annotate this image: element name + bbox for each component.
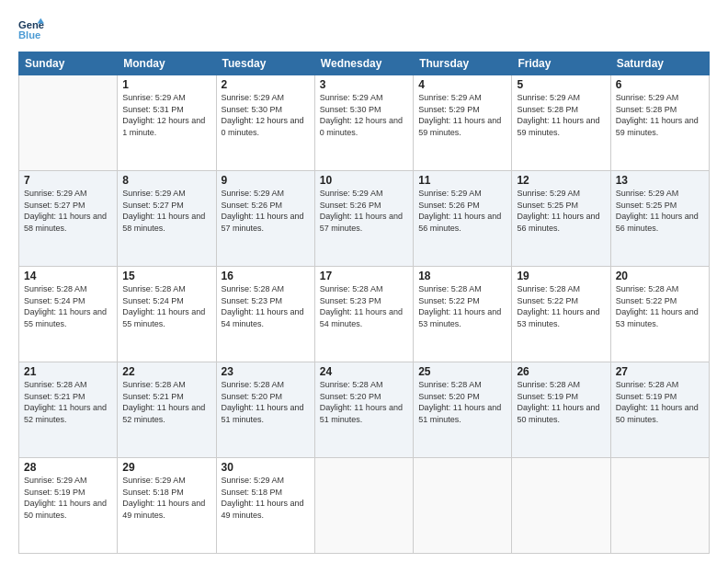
calendar-day: 21Sunrise: 5:28 AMSunset: 5:21 PMDayligh… (19, 362, 118, 458)
calendar-day: 20Sunrise: 5:28 AMSunset: 5:22 PMDayligh… (610, 267, 709, 362)
calendar-day: 6Sunrise: 5:29 AMSunset: 5:28 PMDaylight… (610, 75, 709, 171)
calendar-day: 29Sunrise: 5:29 AMSunset: 5:18 PMDayligh… (118, 458, 216, 554)
calendar-day (19, 75, 118, 171)
day-number: 2 (222, 78, 310, 91)
calendar-week-row: 7Sunrise: 5:29 AMSunset: 5:27 PMDaylight… (19, 171, 710, 267)
day-info: Sunrise: 5:29 AMSunset: 5:18 PMDaylight:… (222, 475, 310, 521)
day-number: 4 (418, 78, 506, 91)
day-info: Sunrise: 5:28 AMSunset: 5:24 PMDaylight:… (122, 283, 210, 329)
calendar-table: SundayMondayTuesdayWednesdayThursdayFrid… (18, 52, 710, 554)
calendar-day (414, 458, 512, 554)
calendar-day (610, 458, 709, 554)
day-number: 6 (616, 78, 704, 91)
day-info: Sunrise: 5:29 AMSunset: 5:27 PMDaylight:… (122, 188, 210, 234)
calendar-day: 17Sunrise: 5:28 AMSunset: 5:23 PMDayligh… (314, 267, 413, 362)
day-info: Sunrise: 5:29 AMSunset: 5:19 PMDaylight:… (24, 475, 112, 521)
day-info: Sunrise: 5:28 AMSunset: 5:22 PMDaylight:… (418, 283, 506, 329)
day-info: Sunrise: 5:29 AMSunset: 5:26 PMDaylight:… (418, 188, 506, 234)
day-number: 5 (517, 78, 605, 91)
day-info: Sunrise: 5:29 AMSunset: 5:31 PMDaylight:… (122, 92, 210, 138)
calendar-day: 9Sunrise: 5:29 AMSunset: 5:26 PMDaylight… (216, 171, 314, 267)
day-number: 23 (222, 365, 310, 378)
logo-icon: General Blue (18, 17, 44, 42)
day-number: 11 (418, 174, 506, 187)
calendar-day: 25Sunrise: 5:28 AMSunset: 5:20 PMDayligh… (414, 362, 512, 458)
calendar-day: 4Sunrise: 5:29 AMSunset: 5:29 PMDaylight… (414, 75, 512, 171)
day-number: 12 (517, 174, 605, 187)
calendar-week-row: 1Sunrise: 5:29 AMSunset: 5:31 PMDaylight… (19, 75, 710, 171)
calendar-header-row: SundayMondayTuesdayWednesdayThursdayFrid… (19, 52, 710, 75)
col-header-saturday: Saturday (610, 52, 709, 75)
calendar-week-row: 28Sunrise: 5:29 AMSunset: 5:19 PMDayligh… (19, 458, 710, 554)
calendar-day: 24Sunrise: 5:28 AMSunset: 5:20 PMDayligh… (314, 362, 413, 458)
col-header-wednesday: Wednesday (314, 52, 413, 75)
day-number: 8 (122, 174, 210, 187)
day-info: Sunrise: 5:28 AMSunset: 5:20 PMDaylight:… (418, 379, 506, 425)
calendar-day: 26Sunrise: 5:28 AMSunset: 5:19 PMDayligh… (512, 362, 610, 458)
calendar-day: 2Sunrise: 5:29 AMSunset: 5:30 PMDaylight… (216, 75, 314, 171)
col-header-thursday: Thursday (414, 52, 512, 75)
day-info: Sunrise: 5:29 AMSunset: 5:18 PMDaylight:… (122, 475, 210, 521)
day-number: 28 (24, 461, 112, 474)
day-info: Sunrise: 5:28 AMSunset: 5:21 PMDaylight:… (122, 379, 210, 425)
day-info: Sunrise: 5:29 AMSunset: 5:25 PMDaylight:… (616, 188, 704, 234)
day-info: Sunrise: 5:28 AMSunset: 5:23 PMDaylight:… (222, 283, 310, 329)
calendar-day: 23Sunrise: 5:28 AMSunset: 5:20 PMDayligh… (216, 362, 314, 458)
day-info: Sunrise: 5:29 AMSunset: 5:27 PMDaylight:… (24, 188, 112, 234)
logo: General Blue (18, 17, 44, 42)
header: General Blue (18, 17, 710, 42)
day-number: 16 (222, 270, 310, 282)
day-info: Sunrise: 5:28 AMSunset: 5:20 PMDaylight:… (320, 379, 408, 425)
day-number: 24 (320, 365, 408, 378)
calendar-day (512, 458, 610, 554)
calendar-day: 18Sunrise: 5:28 AMSunset: 5:22 PMDayligh… (414, 267, 512, 362)
day-number: 27 (616, 365, 704, 378)
calendar-day: 14Sunrise: 5:28 AMSunset: 5:24 PMDayligh… (19, 267, 118, 362)
day-number: 10 (320, 174, 408, 187)
calendar-day: 15Sunrise: 5:28 AMSunset: 5:24 PMDayligh… (118, 267, 216, 362)
calendar-day: 16Sunrise: 5:28 AMSunset: 5:23 PMDayligh… (216, 267, 314, 362)
day-info: Sunrise: 5:28 AMSunset: 5:20 PMDaylight:… (222, 379, 310, 425)
day-number: 18 (418, 270, 506, 282)
calendar-day: 1Sunrise: 5:29 AMSunset: 5:31 PMDaylight… (118, 75, 216, 171)
day-number: 20 (616, 270, 704, 282)
calendar-page: General Blue SundayMondayTuesdayWednesda… (0, 0, 728, 563)
day-info: Sunrise: 5:28 AMSunset: 5:22 PMDaylight:… (616, 283, 704, 329)
day-info: Sunrise: 5:28 AMSunset: 5:24 PMDaylight:… (24, 283, 112, 329)
col-header-monday: Monday (118, 52, 216, 75)
calendar-day: 5Sunrise: 5:29 AMSunset: 5:28 PMDaylight… (512, 75, 610, 171)
col-header-friday: Friday (512, 52, 610, 75)
day-number: 29 (122, 461, 210, 474)
col-header-sunday: Sunday (19, 52, 118, 75)
calendar-day: 3Sunrise: 5:29 AMSunset: 5:30 PMDaylight… (314, 75, 413, 171)
calendar-day: 7Sunrise: 5:29 AMSunset: 5:27 PMDaylight… (19, 171, 118, 267)
day-info: Sunrise: 5:29 AMSunset: 5:30 PMDaylight:… (320, 92, 408, 138)
day-number: 17 (320, 270, 408, 282)
day-number: 15 (122, 270, 210, 282)
day-info: Sunrise: 5:29 AMSunset: 5:25 PMDaylight:… (517, 188, 605, 234)
day-info: Sunrise: 5:29 AMSunset: 5:29 PMDaylight:… (418, 92, 506, 138)
calendar-day: 11Sunrise: 5:29 AMSunset: 5:26 PMDayligh… (414, 171, 512, 267)
day-number: 14 (24, 270, 112, 282)
day-info: Sunrise: 5:28 AMSunset: 5:23 PMDaylight:… (320, 283, 408, 329)
calendar-day: 22Sunrise: 5:28 AMSunset: 5:21 PMDayligh… (118, 362, 216, 458)
day-info: Sunrise: 5:29 AMSunset: 5:30 PMDaylight:… (222, 92, 310, 138)
calendar-day: 19Sunrise: 5:28 AMSunset: 5:22 PMDayligh… (512, 267, 610, 362)
day-number: 7 (24, 174, 112, 187)
calendar-week-row: 14Sunrise: 5:28 AMSunset: 5:24 PMDayligh… (19, 267, 710, 362)
calendar-day: 10Sunrise: 5:29 AMSunset: 5:26 PMDayligh… (314, 171, 413, 267)
day-info: Sunrise: 5:28 AMSunset: 5:19 PMDaylight:… (616, 379, 704, 425)
day-info: Sunrise: 5:28 AMSunset: 5:19 PMDaylight:… (517, 379, 605, 425)
col-header-tuesday: Tuesday (216, 52, 314, 75)
calendar-week-row: 21Sunrise: 5:28 AMSunset: 5:21 PMDayligh… (19, 362, 710, 458)
day-number: 26 (517, 365, 605, 378)
day-info: Sunrise: 5:28 AMSunset: 5:22 PMDaylight:… (517, 283, 605, 329)
day-number: 19 (517, 270, 605, 282)
calendar-day: 27Sunrise: 5:28 AMSunset: 5:19 PMDayligh… (610, 362, 709, 458)
day-info: Sunrise: 5:29 AMSunset: 5:26 PMDaylight:… (320, 188, 408, 234)
calendar-day: 30Sunrise: 5:29 AMSunset: 5:18 PMDayligh… (216, 458, 314, 554)
calendar-day: 12Sunrise: 5:29 AMSunset: 5:25 PMDayligh… (512, 171, 610, 267)
day-info: Sunrise: 5:28 AMSunset: 5:21 PMDaylight:… (24, 379, 112, 425)
day-number: 13 (616, 174, 704, 187)
day-number: 30 (222, 461, 310, 474)
